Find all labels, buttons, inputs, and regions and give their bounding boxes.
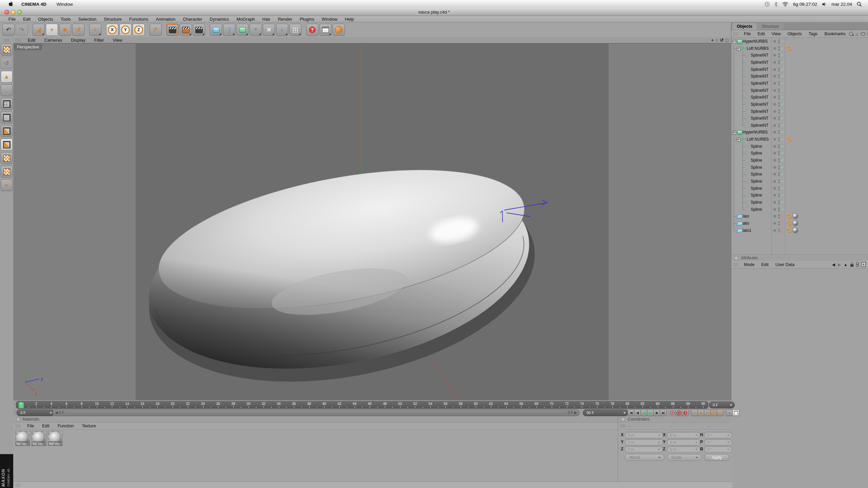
world-coordinates-button[interactable]: ↺ — [1, 57, 13, 69]
enabled-check-icon[interactable]: ✓ — [781, 46, 784, 51]
enabled-check-icon[interactable]: ✓ — [781, 116, 784, 121]
disabled-cross-icon[interactable]: ✕ — [781, 221, 784, 225]
tree-item-label[interactable]: SplineINT — [751, 123, 769, 128]
tree-row-alto[interactable]: alto✕ — [731, 220, 868, 227]
visibility-dots-icon[interactable] — [778, 116, 780, 120]
enabled-check-icon[interactable]: ✓ — [781, 67, 784, 72]
tree-row-splineint[interactable]: SplineINT✓ — [731, 52, 868, 59]
material-tag-icon[interactable] — [793, 228, 798, 233]
record-keyframe-button[interactable] — [669, 409, 676, 416]
keying-help-button[interactable]: ? — [682, 409, 689, 416]
tree-row-splineint[interactable]: SplineINT✓ — [731, 87, 868, 94]
previous-key-button[interactable]: ◀| — [634, 409, 641, 416]
disabled-cross-icon[interactable]: ✕ — [781, 214, 784, 218]
current-frame-spinner[interactable]: 0 F — [709, 402, 735, 408]
tree-item-label[interactable]: HyperNURBS — [743, 130, 768, 135]
material-thumbnail[interactable]: dal lato — [15, 431, 30, 446]
viewport-camera-label[interactable]: Perspective — [14, 44, 42, 50]
tree-row-spline[interactable]: Spline✓ — [731, 171, 868, 178]
viewport-menu-display[interactable]: Display — [66, 38, 90, 43]
axis-tool-button[interactable]: ∟ — [1, 84, 13, 96]
move-axis-button[interactable]: + — [89, 24, 101, 36]
menu-tools[interactable]: Tools — [57, 17, 74, 22]
layer-dot-icon[interactable] — [773, 124, 776, 127]
viewport-menu-view[interactable]: View — [108, 38, 127, 43]
tree-row-splineint[interactable]: SplineINT✓ — [731, 66, 868, 73]
viewport-menu-edit[interactable]: Edit — [23, 38, 40, 43]
object-tool-button[interactable]: ● — [1, 179, 13, 191]
disabled-cross-icon[interactable]: ✕ — [781, 228, 784, 232]
tree-item-label[interactable]: SplineINT — [751, 95, 769, 100]
lock-icon[interactable] — [850, 264, 853, 267]
visibility-dots-icon[interactable] — [778, 137, 780, 141]
goto-end-button[interactable]: ▶| — [660, 409, 667, 416]
coordinate-field-p-2[interactable]: 0 ° — [704, 439, 732, 445]
tree-row-spline[interactable]: Spline✓ — [731, 150, 868, 157]
visibility-dots-icon[interactable] — [778, 165, 780, 169]
scale-button[interactable]: ■ — [59, 24, 71, 36]
add-particles-button[interactable] — [289, 24, 301, 36]
enabled-check-icon[interactable]: ✓ — [781, 144, 784, 149]
layer-dot-icon[interactable] — [773, 166, 776, 169]
tree-row-splineint[interactable]: SplineINT✓ — [731, 101, 868, 108]
spinner-arrows-icon[interactable] — [658, 433, 661, 437]
layer-dot-icon[interactable] — [773, 145, 776, 148]
viewport-menu-grip[interactable] — [15, 39, 21, 42]
tree-item-label[interactable]: SplineINT — [751, 81, 769, 86]
viewport-rotate-view-icon[interactable]: ↺ — [720, 38, 724, 43]
window-titlebar[interactable]: vasca play.c4d * — [0, 8, 868, 16]
enabled-check-icon[interactable]: ✓ — [781, 165, 784, 170]
visibility-dots-icon[interactable] — [778, 123, 780, 127]
tree-row-spline[interactable]: Spline✓ — [731, 185, 868, 192]
tree-row-hypernurbs[interactable]: HyperNURBS✓ — [731, 38, 868, 45]
spinner-arrows-icon[interactable] — [727, 448, 730, 451]
add-icon[interactable] — [861, 262, 866, 267]
add-primitive-button[interactable] — [210, 24, 222, 36]
materials-menu-function[interactable]: Function — [54, 424, 78, 428]
content-browser-button[interactable] — [319, 24, 332, 36]
phong-tag-icon[interactable] — [787, 228, 792, 233]
enabled-check-icon[interactable]: ✓ — [781, 158, 784, 163]
add-spline-button[interactable]: ʃ — [223, 24, 235, 36]
visibility-dots-icon[interactable] — [778, 214, 780, 218]
object-manager-grip[interactable] — [733, 32, 738, 36]
layer-dot-icon[interactable] — [773, 89, 776, 92]
autokeying-button[interactable] — [675, 409, 682, 416]
materials-menu-edit[interactable]: Edit — [38, 424, 54, 428]
layer-dot-icon[interactable] — [773, 208, 776, 211]
menu-window[interactable]: Window — [318, 17, 341, 22]
key-rotation-button[interactable]: ↺ — [704, 409, 711, 416]
coordinates-grip[interactable] — [620, 424, 626, 428]
viewport-menu-filter[interactable]: Filter — [90, 38, 108, 43]
menu-functions[interactable]: Functions — [125, 17, 152, 22]
toolbar-grip[interactable] — [4, 39, 9, 42]
spinner-arrows-icon[interactable] — [727, 441, 730, 444]
texture-mode-button[interactable] — [1, 152, 13, 164]
tree-row-lato[interactable]: lato✕ — [731, 213, 868, 220]
spinner-arrows-icon[interactable] — [624, 411, 626, 414]
tree-item-label[interactable]: alto — [743, 221, 749, 226]
add-modeling-object-button[interactable]: * — [250, 24, 262, 36]
viewport-maximize-view-icon[interactable]: □ — [726, 38, 728, 43]
layer-dot-icon[interactable] — [773, 215, 776, 218]
menu-objects[interactable]: Objects — [34, 17, 57, 22]
tree-row-hypernurbs[interactable]: HyperNURBS✓ — [731, 129, 868, 136]
key-parameter-button[interactable]: P — [710, 409, 717, 416]
visibility-dots-icon[interactable] — [778, 221, 780, 225]
bluetooth-icon[interactable] — [774, 2, 777, 7]
model-mode-button[interactable] — [1, 139, 13, 150]
coordinate-field-y-0[interactable]: 0 m — [625, 439, 663, 445]
tree-item-label[interactable]: Spline — [751, 165, 762, 170]
visibility-dots-icon[interactable] — [778, 88, 780, 93]
enabled-check-icon[interactable]: ✓ — [781, 39, 784, 44]
tree-row-spline[interactable]: Spline✓ — [731, 206, 868, 213]
lock-z-axis-button[interactable]: Z — [133, 24, 145, 36]
status-grip[interactable] — [15, 484, 21, 487]
spinner-arrows-icon[interactable] — [695, 441, 698, 444]
tree-item-label[interactable]: SplineINT — [751, 67, 769, 72]
collapse-icon[interactable] — [732, 40, 736, 44]
layer-dot-icon[interactable] — [773, 117, 776, 120]
visibility-dots-icon[interactable] — [778, 74, 780, 78]
tree-item-label[interactable]: Spline — [751, 144, 762, 149]
tree-row-loft-nurbs[interactable]: Loft NURBS✓ — [731, 45, 868, 52]
